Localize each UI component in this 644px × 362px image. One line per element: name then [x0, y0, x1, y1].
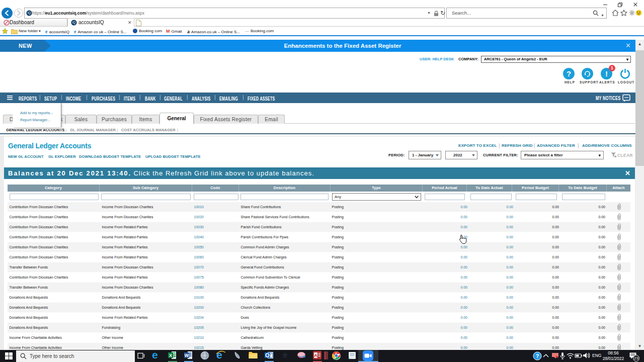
svg-text:iQ: iQ	[72, 21, 75, 25]
svg-text:W: W	[185, 353, 189, 358]
svg-text:X: X	[169, 353, 172, 358]
svg-text:?: ?	[536, 353, 539, 359]
svg-text:iQ: iQ	[28, 11, 31, 15]
svg-text:A: A	[314, 353, 317, 358]
